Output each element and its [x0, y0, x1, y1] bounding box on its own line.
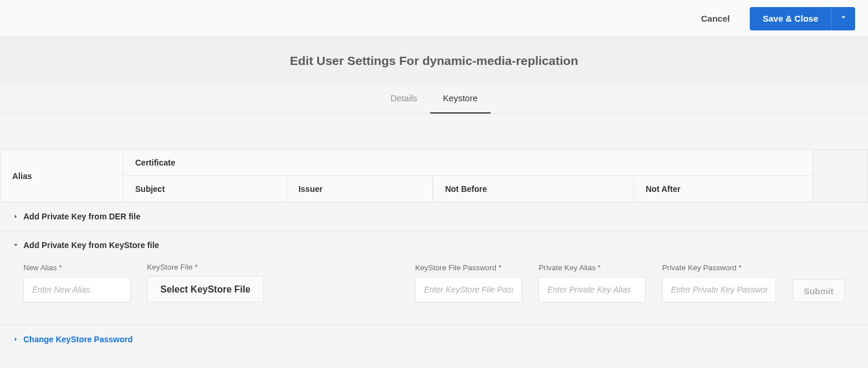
col-not-after: Not After — [634, 176, 813, 202]
accordion-change-password-title: Change KeyStore Password — [23, 335, 133, 344]
top-bar: Cancel Save & Close — [0, 0, 868, 37]
input-private-key-password[interactable] — [662, 277, 776, 302]
col-subject: Subject — [123, 176, 287, 202]
chevron-down-icon — [840, 14, 847, 23]
field-new-alias: New Alias * — [23, 263, 131, 302]
input-keystore-password[interactable] — [415, 277, 522, 302]
accordion-keystore: Add Private Key from KeyStore file New A… — [0, 231, 868, 325]
input-private-key-alias[interactable] — [538, 277, 646, 302]
label-keystore-password: KeyStore File Password * — [415, 263, 522, 272]
field-keystore-file: KeyStore File * Select KeyStore File — [147, 263, 264, 302]
col-certificate: Certificate — [123, 150, 813, 176]
keystore-table: Alias Certificate Subject Issuer Not Bef… — [0, 149, 868, 202]
col-alias: Alias — [1, 150, 123, 202]
save-close-button[interactable]: Save & Close — [750, 7, 832, 30]
accordion-change-password-header[interactable]: Change KeyStore Password — [0, 325, 868, 353]
cancel-button[interactable]: Cancel — [701, 13, 730, 23]
tab-details[interactable]: Details — [378, 82, 430, 114]
label-new-alias: New Alias * — [23, 263, 131, 272]
save-dropdown-button[interactable] — [832, 7, 855, 30]
accordion-der: Add Private Key from DER file — [0, 202, 868, 231]
content: Alias Certificate Subject Issuer Not Bef… — [0, 114, 868, 353]
col-actions — [813, 150, 868, 202]
col-issuer: Issuer — [286, 176, 433, 202]
select-keystore-file-button[interactable]: Select KeyStore File — [147, 276, 264, 302]
submit-button[interactable]: Submit — [792, 279, 845, 302]
label-keystore-file: KeyStore File * — [147, 263, 264, 271]
tabs: Details Keystore — [0, 82, 868, 114]
chevron-down-icon — [13, 242, 19, 248]
page-title: Edit User Settings For dynamic-media-rep… — [0, 37, 868, 82]
chevron-right-icon — [13, 336, 19, 342]
col-not-before: Not Before — [433, 176, 634, 202]
save-group: Save & Close — [750, 7, 855, 30]
field-private-key-password: Private Key Password * — [662, 263, 776, 302]
accordion-der-header[interactable]: Add Private Key from DER file — [0, 202, 868, 231]
field-keystore-password: KeyStore File Password * — [415, 263, 522, 302]
keystore-form: New Alias * KeyStore File * Select KeySt… — [0, 259, 868, 325]
accordion-keystore-title: Add Private Key from KeyStore file — [23, 240, 159, 250]
tab-keystore[interactable]: Keystore — [430, 82, 490, 114]
chevron-right-icon — [13, 214, 19, 219]
input-new-alias[interactable] — [23, 277, 131, 302]
accordion-keystore-header[interactable]: Add Private Key from KeyStore file — [0, 231, 868, 259]
field-private-key-alias: Private Key Alias * — [538, 263, 646, 302]
accordion-der-title: Add Private Key from DER file — [23, 212, 140, 221]
accordion-change-password: Change KeyStore Password — [0, 325, 868, 353]
label-private-key-password: Private Key Password * — [662, 263, 776, 272]
label-private-key-alias: Private Key Alias * — [538, 263, 646, 272]
